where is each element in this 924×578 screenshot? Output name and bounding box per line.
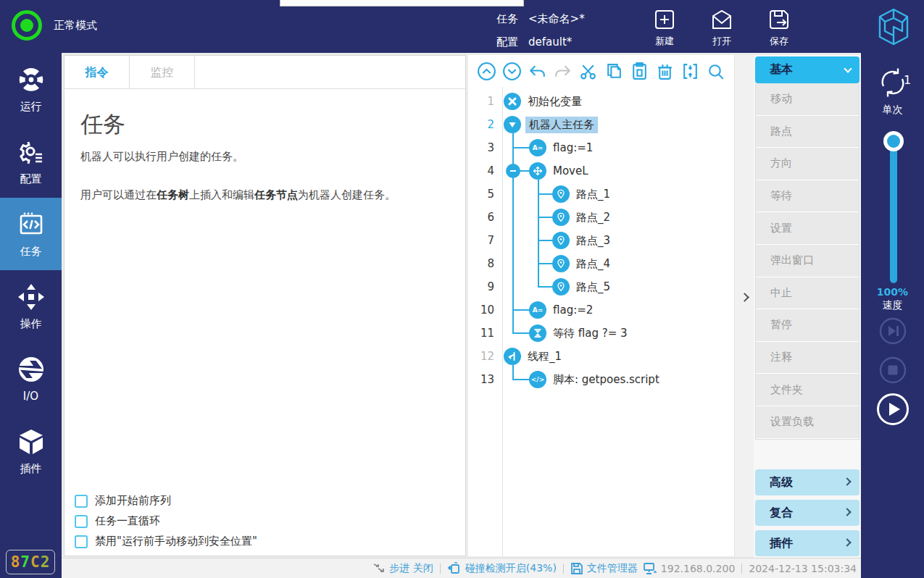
collapse-all-icon[interactable]: [680, 62, 700, 81]
task-description-panel: 指令 监控 任务 机器人可以执行用户创建的任务。 用户可以通过在任务树上插入和编…: [64, 55, 466, 556]
checkbox-label: 添加开始前序列: [95, 494, 171, 508]
tree-node-waypoint[interactable]: 5 路点_1: [468, 183, 734, 206]
paste-icon[interactable]: [630, 62, 649, 81]
speed-label: 速度: [861, 299, 924, 312]
palette-item-direction[interactable]: 方向: [756, 148, 859, 180]
delete-icon[interactable]: [655, 62, 675, 81]
checkbox-icon[interactable]: [75, 515, 88, 528]
palette-item-move[interactable]: 移动: [756, 83, 859, 116]
line-number: 11: [468, 327, 502, 340]
tree-node-thread[interactable]: 12 线程_1: [468, 345, 734, 368]
robot-teach-pendant-ui: 正常模式 任务<未命名>* 配置default* 新建 打开 保存: [0, 0, 924, 578]
tab-instruction[interactable]: 指令: [64, 56, 130, 89]
checkbox-icon[interactable]: [75, 535, 88, 548]
move-up-icon[interactable]: [477, 62, 496, 81]
new-task-button[interactable]: 新建: [643, 7, 686, 48]
checkbox-disable-move-to-safe[interactable]: 禁用"运行前手动移动到安全位置": [75, 535, 257, 548]
stop-button[interactable]: [861, 356, 924, 385]
step-mode-status[interactable]: 步进 关闭: [372, 562, 433, 575]
tree-connector: [512, 332, 530, 334]
palette-item-abort[interactable]: 中止: [756, 277, 859, 310]
collapse-toggle-icon[interactable]: [506, 164, 520, 178]
desc-text: 为机器人创建任务。: [298, 188, 396, 201]
tree-node-wait[interactable]: 11 等待 flag ?= 3: [468, 322, 734, 345]
step-forward-button[interactable]: [861, 317, 924, 345]
collision-detection-status[interactable]: 碰撞检测开启(43%): [447, 562, 557, 575]
tree-node-script[interactable]: 13 </> 脚本: getpoes.script: [468, 368, 734, 391]
palette-item-folder[interactable]: 文件夹: [756, 374, 859, 406]
mode-label: 正常模式: [54, 19, 97, 33]
search-icon[interactable]: [706, 62, 725, 81]
checkbox-task-loop[interactable]: 任务一直循环: [75, 514, 257, 528]
mode-indicator[interactable]: 正常模式: [12, 10, 97, 41]
sidebar-item-run[interactable]: 运行: [0, 53, 62, 125]
sidebar-item-config[interactable]: 配置: [0, 125, 62, 198]
save-task-button[interactable]: 保存: [757, 7, 801, 48]
thread-icon: [504, 348, 521, 365]
single-cycle-label: 单次: [861, 104, 924, 117]
panel-tabs: 指令 监控: [64, 56, 465, 89]
expand-panel-icon[interactable]: [740, 293, 749, 302]
main-nav-sidebar: 运行 配置 任务 操作 I/O 插件 8 7 C 2: [0, 53, 62, 578]
tree-node-waypoint[interactable]: 8 路点_4: [468, 252, 734, 275]
sidebar-item-plugin[interactable]: 插件: [0, 415, 62, 487]
wait-hourglass-icon: [529, 324, 546, 342]
speed-slider-track[interactable]: [890, 141, 897, 283]
task-description-line2: 用户可以通过在任务树上插入和编辑任务节点为机器人创建任务。: [80, 187, 449, 204]
status-divider: [563, 564, 564, 574]
init-variable-icon: [504, 93, 521, 110]
waypoint-icon: [552, 232, 570, 249]
desc-text: 用户可以通过在: [80, 188, 157, 201]
open-task-label: 打开: [712, 35, 731, 46]
badge-char: C: [30, 553, 41, 571]
file-manager-icon: [570, 562, 583, 575]
badge-char: 7: [20, 553, 30, 571]
tree-node-waypoint[interactable]: 7 路点_3: [468, 229, 734, 252]
tree-node-assignment[interactable]: 3 A= flag:=1: [468, 136, 734, 159]
palette-section-plugin[interactable]: 插件: [755, 530, 860, 556]
node-label: 路点_3: [576, 234, 610, 248]
palette-section-composite[interactable]: 复合: [755, 500, 860, 526]
open-task-button[interactable]: 打开: [700, 7, 744, 48]
palette-section-basic[interactable]: 基本: [755, 56, 860, 83]
node-label: flag:=2: [553, 303, 593, 317]
tab-monitor[interactable]: 监控: [130, 56, 195, 89]
tree-node-init-variables[interactable]: 1 初始化变量: [468, 90, 734, 113]
tree-node-waypoint[interactable]: 9 路点_5: [468, 275, 734, 298]
assignment-icon: A=: [529, 139, 546, 156]
checkbox-icon[interactable]: [75, 495, 88, 508]
line-number: 7: [468, 234, 502, 247]
open-icon: [709, 7, 734, 32]
palette-item-pause[interactable]: 暂停: [756, 309, 859, 342]
palette-item-popup[interactable]: 弹出窗口: [756, 245, 859, 277]
speed-slider-handle[interactable]: [883, 131, 904, 151]
copy-icon[interactable]: [604, 62, 624, 81]
network-icon: [643, 562, 657, 575]
palette-section-label: 插件: [770, 536, 793, 551]
undo-icon[interactable]: [528, 62, 547, 81]
sidebar-item-io[interactable]: I/O: [0, 343, 62, 415]
move-down-icon[interactable]: [502, 62, 522, 81]
expand-triangle-icon[interactable]: [504, 116, 521, 133]
sidebar-label-plugin: 插件: [20, 462, 42, 476]
palette-item-payload[interactable]: 设置负载: [756, 406, 859, 439]
tree-node-assignment[interactable]: 10 A= flag:=2: [468, 298, 734, 322]
palette-item-waypoint[interactable]: 路点: [756, 116, 859, 148]
tree-node-main-task[interactable]: 2 机器人主任务: [468, 113, 734, 136]
palette-item-comment[interactable]: 注释: [756, 342, 859, 374]
line-number: 8: [468, 257, 502, 270]
play-button[interactable]: [861, 392, 924, 427]
sidebar-item-task[interactable]: 任务: [0, 198, 62, 270]
palette-item-set[interactable]: 设置: [756, 212, 859, 245]
single-cycle-button[interactable]: 1 单次: [861, 66, 924, 117]
redo-icon[interactable]: [553, 62, 573, 81]
cut-icon[interactable]: [578, 62, 598, 81]
safety-checksum-badge: 8 7 C 2: [6, 550, 55, 574]
checkbox-add-pre-sequence[interactable]: 添加开始前序列: [75, 494, 257, 508]
palette-section-advanced[interactable]: 高级: [755, 469, 860, 495]
palette-item-wait[interactable]: 等待: [756, 180, 859, 213]
gear-icon: [17, 138, 46, 167]
tree-node-waypoint[interactable]: 6 路点_2: [468, 206, 734, 229]
sidebar-item-operate[interactable]: 操作: [0, 270, 62, 343]
file-manager-button[interactable]: 文件管理器: [570, 562, 638, 575]
